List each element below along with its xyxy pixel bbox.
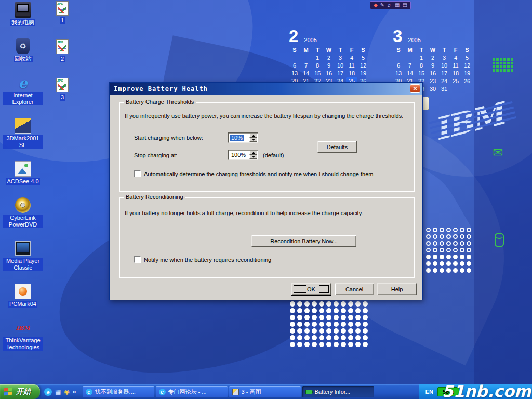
recondition-battery-button[interactable]: Recondition Battery Now... <box>251 235 356 247</box>
show-desktop-icon[interactable]: ▦ <box>55 388 61 396</box>
dot <box>426 228 431 232</box>
desktop-icon-recycle-bin[interactable]: ♻回收站 <box>3 38 43 62</box>
dot <box>460 261 464 266</box>
desktop-icon-jpg-2[interactable]: JPG2 <box>48 39 77 62</box>
desktop-icon-thinkvantage-technologies[interactable]: IBMThinkVantage Technologies <box>3 320 43 351</box>
help-button[interactable]: Help <box>377 283 417 295</box>
dot <box>363 342 368 347</box>
dot <box>326 322 331 327</box>
media-player-classic-icon <box>15 241 31 256</box>
dialog-titlebar[interactable]: Improve Battery Health ✕ <box>110 83 422 95</box>
keyboard-icon[interactable]: ▦ <box>395 2 400 9</box>
options-icon[interactable]: ▤ <box>403 2 407 9</box>
spin-down-button[interactable] <box>249 155 257 159</box>
calendar-year: 2005 <box>405 37 420 43</box>
calendar-day: 15 <box>416 70 427 77</box>
dot <box>297 308 302 313</box>
calendar-day: 12 <box>461 62 473 70</box>
desktop-icon-label: Internet Explorer <box>3 92 43 105</box>
input-method-icon[interactable]: ◆ <box>374 2 378 9</box>
calendar-day: 13 <box>393 70 404 77</box>
expand-icon[interactable]: » <box>73 388 76 396</box>
language-bar[interactable]: ◆✎♬▦▤ <box>370 1 411 9</box>
desktop-icon-label: 3 <box>60 94 65 101</box>
speaker-icon[interactable]: ♬ <box>387 2 392 9</box>
dot <box>348 342 353 347</box>
desktop-icon-label: 3DMark2001 SE <box>3 135 43 149</box>
language-indicator[interactable]: EN <box>425 389 433 395</box>
ok-button[interactable]: OK <box>291 283 331 295</box>
desktop-icon-3dmark2001-se[interactable]: 3DMark2001 SE <box>3 118 43 149</box>
notify-reconditioning-label: Notify me when the battery requires reco… <box>144 257 271 263</box>
3dmark2001-se-icon <box>15 118 31 134</box>
dot <box>312 308 317 313</box>
task-button-label: Battery Infor... <box>315 389 350 395</box>
calendar-weekday: S <box>289 46 300 54</box>
spin-up-button[interactable] <box>249 151 257 155</box>
dot <box>453 234 458 239</box>
dot <box>319 315 324 320</box>
dot <box>467 261 471 266</box>
desktop-icon-pcmark04[interactable]: PCMark04 <box>3 284 43 308</box>
dot-pattern-large <box>290 301 370 349</box>
dot <box>433 234 437 239</box>
envelope-icon: ✉ <box>493 147 503 159</box>
calendar-day: 11 <box>450 62 461 70</box>
task-button-server-not-found[interactable]: 找不到服务器.... <box>83 386 154 397</box>
calendar-day: 24 <box>438 77 450 85</box>
close-icon[interactable]: ✕ <box>410 84 420 93</box>
calendar-day: 18 <box>346 70 357 77</box>
cancel-button[interactable]: Cancel <box>335 283 374 295</box>
desktop-icon-cyberlink-powerdvd[interactable]: CyberLink PowerDVD <box>3 197 43 228</box>
desktop-icon-my-computer[interactable]: 我的电脑 <box>3 2 43 26</box>
desktop-icon-jpg-3[interactable]: JPG3 <box>48 78 77 101</box>
defaults-button[interactable]: Defaults <box>317 141 357 153</box>
dot <box>290 322 295 327</box>
internet-explorer-icon[interactable]: e <box>44 388 52 396</box>
paint-icon <box>232 389 239 395</box>
dot <box>304 335 310 340</box>
calendar-day: 10 <box>335 62 346 70</box>
calendar-day <box>300 54 312 62</box>
start-charging-spinner[interactable]: 10% <box>228 132 258 143</box>
stop-charging-spinner[interactable]: 100% <box>228 150 258 160</box>
dot <box>312 315 317 320</box>
dot <box>433 248 437 252</box>
auto-thresholds-checkbox[interactable] <box>134 170 141 177</box>
calendar-weekday: M <box>300 46 312 54</box>
calendar-year: 2005 <box>301 37 316 43</box>
thresholds-description: If you infrequently use battery power, y… <box>125 113 403 119</box>
task-buttons: 找不到服务器....专门网论坛 - ...3 - 画图Battery Infor… <box>83 386 374 397</box>
battery-icon <box>305 390 312 394</box>
task-button-paint[interactable]: 3 - 画图 <box>229 386 301 397</box>
cylinder-icon <box>495 233 504 247</box>
desktop-icon-label: CyberLink PowerDVD <box>3 215 43 228</box>
notify-reconditioning-checkbox[interactable] <box>134 256 141 263</box>
dot <box>312 322 317 327</box>
task-button-forum[interactable]: 专门网论坛 - ... <box>156 386 228 397</box>
task-button-battery-information[interactable]: Battery Infor... <box>302 386 374 397</box>
calendar-day: 10 <box>438 62 450 70</box>
stop-charging-label: Stop charging at: <box>134 152 177 159</box>
ie-icon <box>159 389 166 395</box>
media-player-icon[interactable]: ◉ <box>64 388 69 396</box>
dot <box>460 228 464 232</box>
pen-icon[interactable]: ✎ <box>380 2 384 9</box>
calendar-day: 26 <box>461 77 473 85</box>
start-button[interactable]: 开始 <box>0 384 40 399</box>
dot <box>426 255 431 259</box>
dialog-title: Improve Battery Health <box>114 85 410 92</box>
dot <box>467 241 471 246</box>
calendar-weekday: S <box>357 46 369 54</box>
dot <box>297 301 302 307</box>
desktop-icon-jpg-1[interactable]: JPG1 <box>48 1 77 24</box>
spin-down-button[interactable] <box>249 138 257 142</box>
spin-up-button[interactable] <box>249 134 257 138</box>
calendar-day: 8 <box>416 62 427 70</box>
dot-pattern-small <box>426 228 473 275</box>
desktop-icon-internet-explorer[interactable]: eInternet Explorer <box>3 75 43 105</box>
desktop-icon-acdsee[interactable]: ACDSee 4.0 <box>3 161 43 185</box>
desktop-icon-media-player-classic[interactable]: Media Player Classic <box>3 241 43 271</box>
dot <box>453 248 458 252</box>
calendar-day <box>393 54 404 62</box>
